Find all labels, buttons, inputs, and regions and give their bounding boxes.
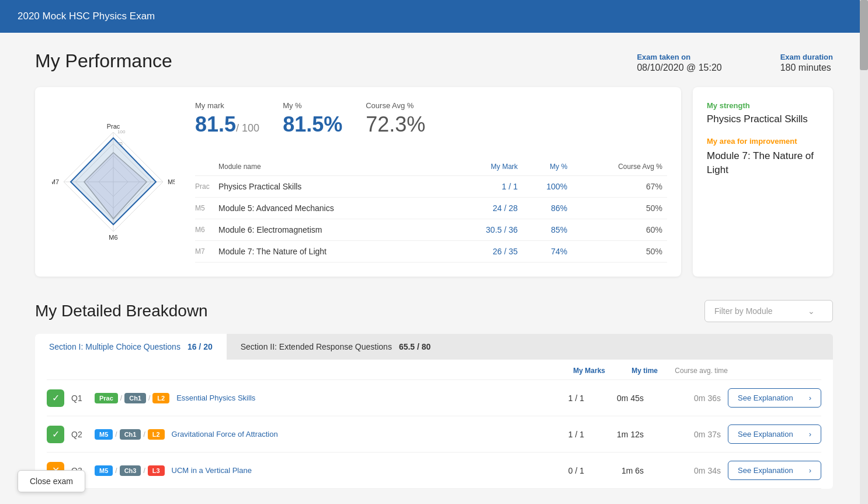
strength-value: Physics Practical Skills	[707, 113, 819, 125]
question-marks: 0 / 1	[537, 466, 584, 475]
module-tag: M5	[195, 198, 218, 219]
scrollbar-thumb[interactable]	[860, 0, 868, 70]
my-pct-value: 81.5%	[283, 112, 342, 137]
exam-duration-label: Exam duration	[780, 53, 833, 61]
app-title: 2020 Mock HSC Physics Exam	[18, 11, 155, 22]
module-name: Physics Practical Skills	[218, 176, 452, 198]
performance-cards: Prac M5 M6 M7 100 75 My mark 81.5/ 100	[35, 87, 833, 277]
question-link[interactable]: UCM in a Vertical Plane	[172, 466, 252, 475]
question-tags: M5/Ch3/L3	[95, 465, 165, 476]
course-avg-value: 72.3%	[366, 112, 425, 137]
see-explanation-label: See Explanation	[738, 430, 793, 439]
col-header-avg-time: Course avg. time	[658, 367, 728, 375]
module-name: Module 5: Advanced Mechanics	[218, 198, 452, 219]
question-link[interactable]: Essential Physics Skills	[176, 393, 255, 402]
question-marks: 1 / 1	[537, 393, 584, 403]
see-explanation-button[interactable]: See Explanation ›	[728, 461, 821, 480]
svg-text:100: 100	[117, 129, 126, 134]
question-avg-time: 0m 34s	[651, 466, 721, 475]
chevron-right-icon: ›	[809, 466, 811, 475]
side-card: My strength Physics Practical Skills My …	[693, 87, 833, 277]
my-mark-item: My mark 81.5/ 100	[195, 101, 259, 137]
top-bar: 2020 Mock HSC Physics Exam	[0, 0, 868, 33]
question-avg-time: 0m 36s	[651, 393, 721, 403]
my-pct-item: My % 81.5%	[283, 101, 342, 137]
col-course-avg: Course Avg %	[572, 160, 667, 176]
tab-section-2[interactable]: Section II: Extended Response Questions …	[227, 334, 445, 360]
questions-header: My Marks My time Course avg. time	[47, 360, 821, 380]
module-my-mark: 30.5 / 36	[452, 219, 522, 241]
col-my-pct: My %	[522, 160, 572, 176]
performance-main-card: Prac M5 M6 M7 100 75 My mark 81.5/ 100	[35, 87, 681, 277]
tag-separator: /	[148, 394, 150, 402]
tab-section-1[interactable]: Section I: Multiple Choice Questions 16 …	[35, 334, 227, 360]
question-marks: 1 / 1	[537, 430, 584, 439]
breakdown-section: My Detailed Breakdown Filter by Module ⌄…	[35, 300, 833, 489]
question-number: Q1	[71, 393, 88, 403]
table-row: Prac Physics Practical Skills 1 / 1 100%…	[195, 176, 667, 198]
svg-text:M7: M7	[52, 178, 59, 185]
tag-separator: /	[115, 430, 117, 439]
filter-dropdown[interactable]: Filter by Module ⌄	[704, 300, 833, 322]
chevron-right-icon: ›	[809, 393, 811, 402]
question-link[interactable]: Gravitational Force of Attraction	[172, 430, 278, 439]
breakdown-header: My Detailed Breakdown Filter by Module ⌄	[35, 300, 833, 322]
scrollbar-track[interactable]	[860, 0, 868, 504]
exam-duration-value: 180 minutes	[780, 63, 831, 73]
questions-list: ✓ Q1 Prac/Ch1/L2 Essential Physics Skill…	[47, 380, 821, 489]
svg-text:M5: M5	[168, 178, 175, 185]
exam-taken-meta: Exam taken on 08/10/2020 @ 15:20	[637, 53, 721, 73]
status-icon-correct: ✓	[47, 426, 64, 443]
module-tag: M6	[195, 219, 218, 241]
question-tags: Prac/Ch1/L2	[95, 393, 169, 403]
close-exam-button[interactable]: Close exam	[18, 470, 85, 492]
tab-2-score: 65.5 / 80	[399, 342, 431, 351]
question-tag: Ch1	[120, 429, 141, 440]
col-header-my-time: My time	[605, 367, 658, 375]
module-pct: 74%	[522, 241, 572, 263]
question-tag: L2	[152, 393, 169, 403]
tab-1-score: 16 / 20	[188, 342, 213, 351]
exam-duration-meta: Exam duration 180 minutes	[780, 53, 833, 73]
table-row: M7 Module 7: The Nature of Light 26 / 35…	[195, 241, 667, 263]
question-number: Q2	[71, 430, 88, 439]
col-my-mark: My Mark	[452, 160, 522, 176]
module-pct: 100%	[522, 176, 572, 198]
question-tag: L3	[148, 465, 165, 476]
question-tag: Ch1	[124, 393, 146, 403]
module-name: Module 6: Electromagnetism	[218, 219, 452, 241]
chevron-right-icon: ›	[809, 430, 811, 439]
marks-row: My mark 81.5/ 100 My % 81.5% Course Avg …	[195, 101, 667, 146]
main-content: My Performance Exam taken on 08/10/2020 …	[0, 33, 868, 504]
question-tag: M5	[95, 465, 113, 476]
tag-separator: /	[120, 394, 122, 402]
module-tag: M7	[195, 241, 218, 263]
question-row: ✕ Q3 M5/Ch3/L3 UCM in a Vertical Plane 0…	[47, 453, 821, 489]
module-avg: 50%	[572, 241, 667, 263]
question-row: ✓ Q2 M5/Ch1/L2 Gravitational Force of At…	[47, 416, 821, 453]
question-time: 1m 6s	[591, 466, 644, 475]
module-avg: 67%	[572, 176, 667, 198]
see-explanation-button[interactable]: See Explanation ›	[728, 388, 821, 408]
radar-chart: Prac M5 M6 M7 100 75	[52, 120, 175, 243]
tag-separator: /	[143, 430, 145, 439]
svg-marker-7	[71, 138, 156, 225]
course-avg-item: Course Avg % 72.3%	[366, 101, 425, 137]
tab-1-label: Section I: Multiple Choice Questions	[49, 342, 180, 351]
see-explanation-label: See Explanation	[738, 466, 793, 475]
module-pct: 86%	[522, 198, 572, 219]
svg-text:75: 75	[117, 141, 123, 146]
radar-container: Prac M5 M6 M7 100 75	[49, 101, 178, 263]
modules-table: Module name My Mark My % Course Avg % Pr…	[195, 160, 667, 263]
tab-2-label: Section II: Extended Response Questions	[241, 342, 392, 351]
see-explanation-button[interactable]: See Explanation ›	[728, 424, 821, 444]
question-tag: Ch3	[120, 465, 141, 476]
svg-text:M6: M6	[109, 234, 117, 241]
performance-header: My Performance Exam taken on 08/10/2020 …	[35, 50, 833, 73]
my-pct-label: My %	[283, 101, 342, 110]
exam-taken-value: 08/10/2020 @ 15:20	[637, 63, 721, 73]
question-tag: Prac	[95, 393, 118, 403]
performance-stats: My mark 81.5/ 100 My % 81.5% Course Avg …	[195, 101, 667, 263]
questions-card: My Marks My time Course avg. time ✓ Q1 P…	[35, 360, 833, 489]
col-header-my-marks: My Marks	[558, 367, 605, 375]
